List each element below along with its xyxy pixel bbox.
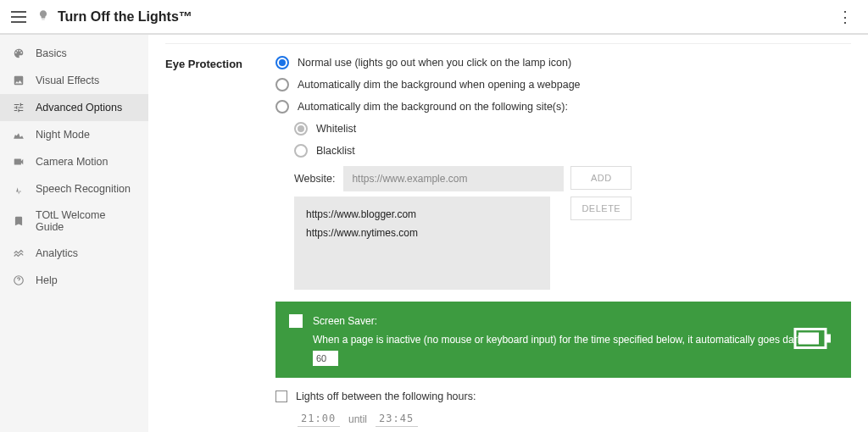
speech-icon — [12, 182, 25, 196]
hours-off-checkbox[interactable] — [275, 390, 287, 402]
night-icon — [12, 128, 25, 141]
website-input[interactable] — [343, 166, 564, 191]
radio-icon[interactable] — [275, 56, 289, 69]
radio-icon[interactable] — [275, 100, 289, 114]
radio-icon[interactable] — [275, 78, 289, 91]
sidebar-item-welcome-guide[interactable]: TOtL Welcome Guide — [0, 202, 148, 240]
sidebar-item-help[interactable]: Help — [0, 267, 148, 294]
radio-auto-dim-sites[interactable]: Automatically dim the background on the … — [275, 100, 851, 114]
hours-off-label: Lights off between the following hours: — [296, 390, 476, 402]
list-item[interactable]: https://www.blogger.com — [306, 205, 538, 224]
radio-label: Normal use (lights go out when you click… — [298, 57, 571, 69]
more-menu-icon[interactable]: ⋮ — [831, 4, 860, 30]
radio-label: Whitelist — [316, 123, 356, 135]
radio-icon[interactable] — [294, 144, 308, 158]
sidebar-item-speech-recognition[interactable]: Speech Recognition — [0, 175, 148, 202]
sidebar-item-advanced-options[interactable]: Advanced Options — [0, 94, 148, 121]
list-item[interactable]: https://www.nytimes.com — [306, 224, 538, 242]
website-list[interactable]: https://www.blogger.com https://www.nyti… — [294, 197, 550, 290]
sidebar-item-basics[interactable]: Basics — [0, 40, 148, 67]
sidebar-item-label: Camera Motion — [36, 156, 108, 168]
radio-whitelist[interactable]: Whitelist — [294, 122, 851, 136]
screensaver-description: When a page is inactive (no mouse or key… — [313, 332, 805, 347]
screensaver-seconds-input[interactable] — [313, 351, 338, 366]
sidebar-item-label: Visual Effects — [36, 75, 99, 86]
photo-icon — [12, 74, 25, 87]
radio-label: Automatically dim the background when op… — [298, 79, 581, 91]
screensaver-checkbox[interactable] — [289, 314, 303, 328]
radio-auto-dim-all[interactable]: Automatically dim the background when op… — [275, 78, 851, 91]
app-header: Turn Off the Lights™ ⋮ — [0, 0, 868, 34]
radio-blacklist[interactable]: Blacklist — [294, 144, 851, 158]
section-title: Eye Protection — [165, 56, 250, 427]
sidebar-item-label: Advanced Options — [36, 102, 122, 114]
sliders-icon — [12, 101, 25, 114]
main-content: Eye Protection Normal use (lights go out… — [148, 35, 868, 432]
sidebar-item-night-mode[interactable]: Night Mode — [0, 121, 148, 148]
sidebar-item-label: Analytics — [36, 247, 78, 259]
time-until-input[interactable] — [376, 411, 418, 427]
add-button[interactable]: ADD — [570, 166, 632, 190]
sidebar-item-camera-motion[interactable]: Camera Motion — [0, 148, 148, 175]
radio-label: Blacklist — [316, 145, 355, 157]
radio-label: Automatically dim the background on the … — [298, 101, 568, 113]
help-icon — [12, 274, 25, 287]
palette-icon — [12, 47, 25, 60]
screensaver-panel: Screen Saver: When a page is inactive (n… — [275, 302, 851, 378]
svg-rect-2 — [826, 335, 831, 343]
hamburger-menu-icon[interactable] — [8, 7, 29, 27]
sidebar-item-analytics[interactable]: Analytics — [0, 240, 148, 267]
delete-button[interactable]: DELETE — [570, 197, 632, 220]
radio-icon[interactable] — [294, 122, 308, 136]
until-label: until — [348, 413, 367, 425]
sidebar-item-visual-effects[interactable]: Visual Effects — [0, 67, 148, 94]
sidebar-item-label: Basics — [36, 47, 67, 59]
battery-icon — [793, 326, 832, 354]
sidebar-item-label: TOtL Welcome Guide — [36, 209, 136, 233]
svg-rect-3 — [798, 333, 819, 345]
lamp-icon — [37, 9, 49, 24]
app-title: Turn Off the Lights™ — [58, 9, 192, 25]
sidebar-item-label: Night Mode — [36, 129, 90, 141]
screensaver-title: Screen Saver: — [313, 313, 805, 329]
sidebar-item-label: Speech Recognition — [36, 183, 131, 195]
sidebar-item-label: Help — [36, 274, 58, 286]
analytics-icon — [12, 246, 25, 260]
radio-normal-use[interactable]: Normal use (lights go out when you click… — [275, 56, 851, 69]
hours-off-row[interactable]: Lights off between the following hours: — [275, 390, 851, 402]
bookmark-icon — [12, 214, 25, 228]
camera-icon — [12, 155, 25, 169]
sidebar: Basics Visual Effects Advanced Options N… — [0, 35, 148, 432]
time-from-input[interactable] — [298, 411, 340, 427]
website-field-label: Website: — [294, 173, 335, 185]
